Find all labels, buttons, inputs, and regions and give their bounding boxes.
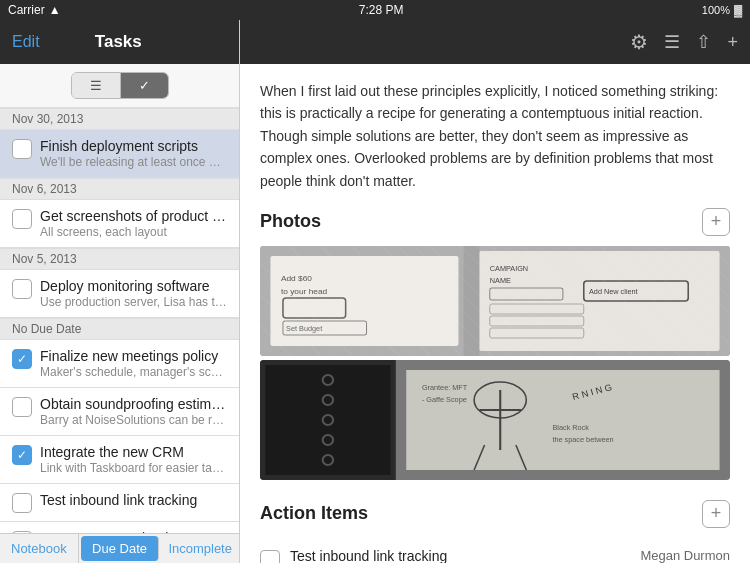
share-icon[interactable]: ⇧ — [696, 31, 711, 53]
photo-bottom: R N I N G Black Rock the space between G… — [260, 360, 730, 480]
task-item-t2[interactable]: Get screenshots of product to T... All s… — [0, 200, 239, 248]
status-bar-right: 100% ▓ — [702, 4, 742, 16]
task-list[interactable]: Nov 30, 2013 Finish deployment scripts W… — [0, 108, 239, 533]
toggle-group: ☰ ✓ — [71, 72, 169, 99]
task-text-t2: Get screenshots of product to T... All s… — [40, 208, 227, 239]
photos-section-header: Photos + — [260, 208, 730, 236]
photos-grid: Add $60 to your head Set Budget CAMPAIGN… — [260, 246, 730, 480]
task-title-t1: Finish deployment scripts — [40, 138, 227, 154]
svg-text:Black Rock: Black Rock — [552, 424, 589, 432]
add-icon[interactable]: + — [727, 32, 738, 53]
svg-rect-7 — [479, 251, 719, 351]
svg-rect-19 — [265, 365, 390, 475]
task-item-t8[interactable]: Start a new notebook You can delete this… — [0, 522, 239, 533]
task-subtitle-t1: We'll be releasing at least once a we... — [40, 155, 227, 169]
action-items-title: Action Items — [260, 503, 368, 524]
svg-rect-11 — [490, 304, 584, 314]
task-checkbox-t4[interactable] — [12, 349, 32, 369]
check-view-toggle[interactable]: ✓ — [121, 73, 168, 98]
date-header-nodue: No Due Date — [0, 318, 239, 340]
sidebar-header: Edit Tasks — [0, 20, 239, 64]
svg-rect-0 — [260, 246, 730, 356]
svg-rect-12 — [490, 316, 584, 326]
task-checkbox-t6[interactable] — [12, 445, 32, 465]
task-title-t7: Test inbound link tracking — [40, 492, 227, 508]
svg-rect-10 — [490, 288, 563, 300]
task-subtitle-t5: Barry at NoiseSolutions can be reach... — [40, 413, 227, 427]
task-subtitle-t6: Link with Taskboard for easier task tr..… — [40, 461, 227, 475]
task-checkbox-t2[interactable] — [12, 209, 32, 229]
task-item-t6[interactable]: Integrate the new CRM Link with Taskboar… — [0, 436, 239, 484]
task-item-t4[interactable]: Finalize new meetings policy Maker's sch… — [0, 340, 239, 388]
filter-bar: Notebook Due Date Incomplete — [0, 533, 239, 563]
content-header: ⚙ ☰ ⇧ + — [240, 20, 750, 64]
action-checkbox-a1[interactable] — [260, 550, 280, 563]
filter-notebook[interactable]: Notebook — [0, 534, 79, 563]
sidebar: Edit Tasks ☰ ✓ Nov 30, 2013 Finish de — [0, 20, 240, 563]
svg-text:the space between: the space between — [552, 436, 613, 444]
svg-text:Set Budget: Set Budget — [286, 325, 322, 333]
task-text-t5: Obtain soundproofing estimate Barry at N… — [40, 396, 227, 427]
task-title-t5: Obtain soundproofing estimate — [40, 396, 227, 412]
action-items-section-header: Action Items + — [260, 500, 730, 528]
action-items-list: Test inbound link tracking Megan Durmon … — [260, 538, 730, 563]
task-title-t3: Deploy monitoring software — [40, 278, 227, 294]
gear-icon[interactable]: ⚙ — [630, 30, 648, 54]
content-body[interactable]: When I first laid out these principles e… — [240, 64, 750, 563]
svg-text:Grantee: MFT: Grantee: MFT — [422, 384, 468, 392]
task-title-t6: Integrate the new CRM — [40, 444, 227, 460]
svg-text:to your head: to your head — [281, 287, 328, 296]
svg-text:Add $60: Add $60 — [281, 274, 313, 283]
list-view-toggle[interactable]: ☰ — [72, 73, 121, 98]
photo-image-bottom: R N I N G Black Rock the space between G… — [260, 360, 730, 480]
photos-title: Photos — [260, 211, 321, 232]
date-header-nov30: Nov 30, 2013 — [0, 108, 239, 130]
date-header-nov5: Nov 5, 2013 — [0, 248, 239, 270]
svg-rect-14 — [464, 246, 480, 356]
carrier-label: Carrier — [8, 3, 45, 17]
action-items-add-button[interactable]: + — [702, 500, 730, 528]
status-bar-left: Carrier ▲ — [8, 3, 61, 17]
task-item-t1[interactable]: Finish deployment scripts We'll be relea… — [0, 130, 239, 178]
check-icon: ✓ — [139, 78, 150, 93]
task-checkbox-t7[interactable] — [12, 493, 32, 513]
task-item-t3[interactable]: Deploy monitoring software Use productio… — [0, 270, 239, 318]
svg-rect-15 — [584, 281, 688, 301]
task-checkbox-t1[interactable] — [12, 139, 32, 159]
app-container: Edit Tasks ☰ ✓ Nov 30, 2013 Finish de — [0, 20, 750, 563]
task-subtitle-t4: Maker's schedule, manager's sched... — [40, 365, 227, 379]
task-subtitle-t3: Use production server, Lisa has the c... — [40, 295, 227, 309]
filter-incomplete[interactable]: Incomplete — [161, 534, 239, 563]
photo-image-top: Add $60 to your head Set Budget CAMPAIGN… — [260, 246, 730, 356]
status-bar-time: 7:28 PM — [359, 3, 404, 17]
svg-rect-13 — [490, 328, 584, 338]
filter-duedate[interactable]: Due Date — [81, 536, 160, 561]
task-item-t7[interactable]: Test inbound link tracking — [0, 484, 239, 522]
battery-icon: ▓ — [734, 4, 742, 16]
svg-rect-5 — [283, 321, 367, 335]
svg-rect-4 — [283, 298, 346, 318]
task-title-t2: Get screenshots of product to T... — [40, 208, 227, 224]
menu-icon[interactable]: ☰ — [664, 31, 680, 53]
task-item-t5[interactable]: Obtain soundproofing estimate Barry at N… — [0, 388, 239, 436]
action-person-a1: Megan Durmon — [640, 548, 730, 563]
svg-text:NAME: NAME — [490, 277, 511, 285]
action-title-a1: Test inbound link tracking — [290, 548, 632, 563]
photo-top: Add $60 to your head Set Budget CAMPAIGN… — [260, 246, 730, 356]
action-meta-a1: Megan Durmon — [640, 548, 730, 563]
task-text-t6: Integrate the new CRM Link with Taskboar… — [40, 444, 227, 475]
svg-text:Add New client: Add New client — [589, 288, 638, 296]
battery-label: 100% — [702, 4, 730, 16]
task-text-t1: Finish deployment scripts We'll be relea… — [40, 138, 227, 169]
content-text: When I first laid out these principles e… — [260, 80, 730, 192]
action-item-a1[interactable]: Test inbound link tracking Megan Durmon — [260, 538, 730, 563]
edit-button[interactable]: Edit — [12, 33, 40, 51]
list-icon: ☰ — [90, 78, 102, 93]
date-header-nov6: Nov 6, 2013 — [0, 178, 239, 200]
wifi-icon: ▲ — [49, 3, 61, 17]
task-checkbox-t3[interactable] — [12, 279, 32, 299]
task-checkbox-t5[interactable] — [12, 397, 32, 417]
task-text-t7: Test inbound link tracking — [40, 492, 227, 508]
task-text-t4: Finalize new meetings policy Maker's sch… — [40, 348, 227, 379]
photos-add-button[interactable]: + — [702, 208, 730, 236]
